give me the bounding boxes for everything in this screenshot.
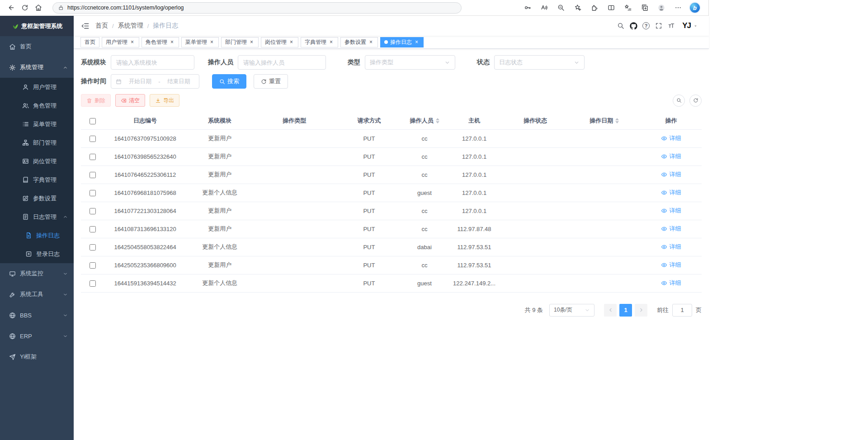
reload-button[interactable] [18,1,32,14]
close-icon[interactable]: × [288,39,294,45]
detail-button[interactable]: 详细 [661,189,681,197]
row-checkbox[interactable] [90,208,96,214]
goto-page-input[interactable] [672,304,692,317]
detail-button[interactable]: 详细 [661,170,681,179]
close-icon[interactable]: × [249,39,255,45]
sidebar-item-post-mgmt[interactable]: 岗位管理 [0,152,74,170]
page-size-select[interactable]: 10条/页 [549,304,594,317]
sidebar-item-user-mgmt[interactable]: 用户管理 [0,78,74,96]
extensions-icon[interactable] [587,1,601,14]
type-select[interactable]: 操作类型 [365,55,455,70]
cell-log-id: 1641076968181075968 [104,184,186,202]
sidebar-item-role-mgmt[interactable]: 角色管理 [0,96,74,115]
add-favorite-icon[interactable] [571,1,585,14]
address-bar[interactable]: https://ccnetcore.com:1101/system/log/op… [52,2,462,14]
split-screen-icon[interactable] [604,1,618,14]
row-checkbox[interactable] [90,262,96,269]
sidebar-item-system-monitor[interactable]: 系统监控 [0,263,74,284]
tab-operation-log[interactable]: 操作日志× [380,37,424,47]
status-select[interactable]: 日志状态 [494,55,585,70]
module-input[interactable] [111,55,194,70]
close-icon[interactable]: × [209,39,215,45]
detail-button[interactable]: 详细 [661,279,681,287]
sidebar-item-erp[interactable]: ERP [0,326,74,346]
prev-page-button[interactable] [604,304,617,317]
fullscreen-icon[interactable] [652,16,665,36]
copilot-icon[interactable]: b [690,3,700,13]
zoom-out-icon[interactable] [554,1,568,14]
sidebar-item-home[interactable]: 首页 [0,36,74,57]
row-checkbox[interactable] [90,172,96,178]
collections-icon[interactable] [637,1,651,14]
sidebar-item-system-tools[interactable]: 系统工具 [0,284,74,305]
close-icon[interactable]: × [414,39,420,45]
help-icon[interactable]: ? [640,16,652,36]
sidebar-item-system-mgmt[interactable]: 系统管理 [0,57,74,78]
current-page[interactable]: 1 [619,304,632,317]
user-avatar[interactable]: YJ [682,21,698,30]
eye-icon [661,262,667,268]
back-button[interactable] [5,1,18,14]
sidebar-item-menu-mgmt[interactable]: 菜单管理 [0,115,74,133]
font-size-icon[interactable] [665,16,678,36]
browser-home-button[interactable] [32,1,45,14]
tab-role-mgmt[interactable]: 角色管理× [142,37,179,47]
cell-status [503,184,568,202]
row-checkbox[interactable] [90,154,96,160]
row-checkbox[interactable] [90,136,96,142]
sort-control[interactable] [615,118,619,123]
date-range-input[interactable]: 开始日期 - 结束日期 [111,74,199,89]
breadcrumb-system-mgmt[interactable]: 系统管理 [118,22,143,30]
hamburger-icon[interactable] [78,19,92,33]
sidebar-item-bbs[interactable]: BBS [0,305,74,326]
cell-status [503,129,568,147]
close-icon[interactable]: × [368,39,374,45]
breadcrumb-home[interactable]: 首页 [95,22,108,30]
sidebar-item-dict-mgmt[interactable]: 字典管理 [0,170,74,189]
detail-button[interactable]: 详细 [661,152,681,161]
clear-button[interactable]: 清空 [115,94,145,107]
password-key-icon[interactable] [520,1,534,14]
delete-button[interactable]: 删除 [81,94,111,107]
detail-button[interactable]: 详细 [661,243,681,251]
row-checkbox[interactable] [90,280,96,287]
tab-dept-mgmt[interactable]: 部门管理× [221,37,259,47]
row-checkbox[interactable] [90,244,96,251]
sidebar-item-login-log[interactable]: 登录日志 [0,245,74,263]
tab-param-settings[interactable]: 参数设置× [340,37,378,47]
detail-button[interactable]: 详细 [661,207,681,215]
close-icon[interactable]: × [129,39,135,45]
profile-avatar-icon[interactable] [654,1,668,14]
sort-control[interactable] [436,118,439,123]
sidebar-item-log-mgmt[interactable]: 日志管理 [0,208,74,226]
more-options-icon[interactable] [671,1,685,14]
sidebar-item-param-settings[interactable]: 参数设置 [0,189,74,208]
search-button[interactable]: 搜索 [212,74,246,89]
select-all-checkbox[interactable] [90,118,96,124]
close-icon[interactable]: × [169,39,175,45]
next-page-button[interactable] [635,304,647,317]
favorites-icon[interactable] [621,1,635,14]
sidebar-item-dept-mgmt[interactable]: 部门管理 [0,133,74,152]
reset-button[interactable]: 重置 [254,74,288,89]
tab-home[interactable]: 首页 [80,37,99,47]
detail-button[interactable]: 详细 [661,225,681,233]
tab-menu-mgmt[interactable]: 菜单管理× [181,37,219,47]
read-aloud-icon[interactable] [537,1,551,14]
toggle-search-button[interactable] [673,95,685,107]
sidebar-item-yi-framework[interactable]: Yi框架 [0,346,74,367]
detail-button[interactable]: 详细 [661,134,681,142]
row-checkbox[interactable] [90,226,96,232]
tab-post-mgmt[interactable]: 岗位管理× [261,37,298,47]
tab-user-mgmt[interactable]: 用户管理× [102,37,139,47]
github-icon[interactable] [627,16,640,36]
row-checkbox[interactable] [90,190,96,196]
detail-button[interactable]: 详细 [661,261,681,269]
export-button[interactable]: 导出 [150,94,179,107]
refresh-table-button[interactable] [689,95,702,107]
close-icon[interactable]: × [328,39,334,45]
tab-dict-mgmt[interactable]: 字典管理× [301,37,338,47]
search-icon[interactable] [614,16,627,36]
operator-input[interactable] [238,55,326,70]
sidebar-item-operation-log[interactable]: 操作日志 [0,226,74,245]
